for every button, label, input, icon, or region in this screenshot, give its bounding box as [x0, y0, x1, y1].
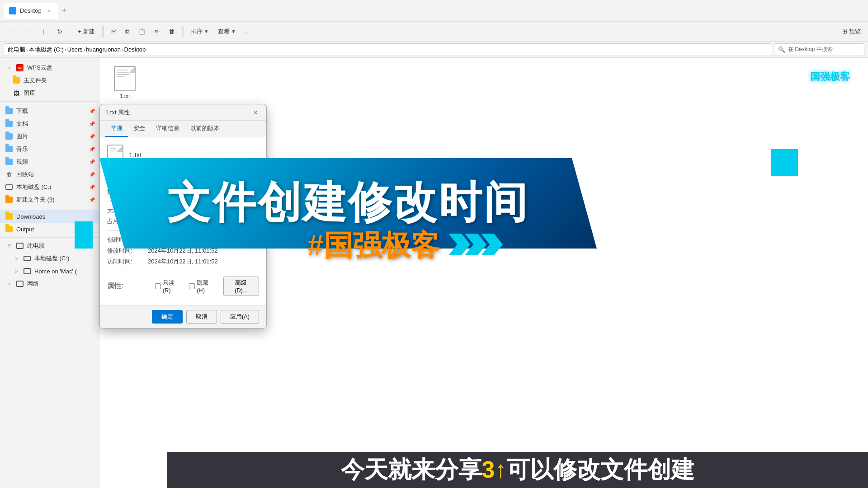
cancel-btn[interactable]: 取消 — [186, 310, 217, 324]
dialog-title: 1.txt 属性 — [105, 108, 250, 117]
subtitle-after: 可以修改文件创建 — [506, 456, 694, 483]
dialog-attr-row: 属性: 只读(R) 隐藏(H) 高级(D)... — [107, 275, 259, 298]
dialog-txt-line2 — [110, 150, 118, 151]
subtitle-arrow-up: ↑ — [495, 456, 506, 483]
chevron-arrows — [448, 234, 503, 255]
dialog-accessed-label: 访问时间: — [107, 258, 148, 266]
readonly-cb[interactable] — [155, 283, 161, 289]
hidden-label: 隐藏(H) — [197, 279, 216, 294]
hashtag-banner: #国强极客 — [307, 226, 503, 265]
dialog-tabs: 常规 安全 详细信息 以前的版本 — [100, 121, 266, 137]
subtitle-text: 今天就来分享3↑可以修改文件创建 — [341, 454, 695, 486]
dialog-tab-details[interactable]: 详细信息 — [151, 121, 185, 137]
ok-btn[interactable]: 确定 — [152, 310, 183, 324]
dialog-titlebar: 1.txt 属性 × — [100, 104, 266, 121]
dialog-close-btn[interactable]: × — [250, 107, 261, 118]
subtitle-before: 今天就来分享 — [341, 456, 482, 483]
advanced-btn[interactable]: 高级(D)... — [223, 277, 259, 296]
cyan-rect-decoration — [75, 221, 93, 249]
dialog-attr-label: 属性: — [107, 282, 148, 291]
dialog-hidden-checkbox[interactable]: 隐藏(H) — [189, 279, 216, 294]
hashtag-text: #国强极客 — [307, 229, 439, 262]
dialog-row-accessed: 访问时间: 2024年10月22日, 11:01:52 — [107, 256, 259, 267]
dialog-tab-general[interactable]: 常规 — [105, 121, 128, 137]
dialog-txt-line1 — [110, 148, 118, 149]
dialog-readonly-checkbox[interactable]: 只读(R) — [155, 279, 182, 294]
cyan-square-decoration — [771, 149, 798, 176]
dialog-footer: 确定 取消 应用(A) — [100, 305, 266, 328]
apply-btn[interactable]: 应用(A) — [221, 310, 259, 324]
top-right-label: 国强极客 — [810, 70, 850, 84]
subtitle-highlight: 3 — [482, 456, 495, 483]
readonly-label: 只读(R) — [163, 279, 182, 294]
dialog-tab-security[interactable]: 安全 — [128, 121, 151, 137]
banner-main-text: 文件创建修改时间 — [167, 174, 529, 233]
dialog-accessed-value: 2024年10月22日, 11:01:52 — [148, 258, 218, 266]
dialog-filename: 1.txt — [129, 151, 142, 159]
subtitle-bar: 今天就来分享3↑可以修改文件创建 — [167, 452, 868, 488]
divider4 — [107, 271, 259, 271]
chevron1 — [448, 234, 470, 255]
dialog-tab-previous[interactable]: 以前的版本 — [185, 121, 225, 137]
hidden-cb[interactable] — [189, 283, 195, 289]
